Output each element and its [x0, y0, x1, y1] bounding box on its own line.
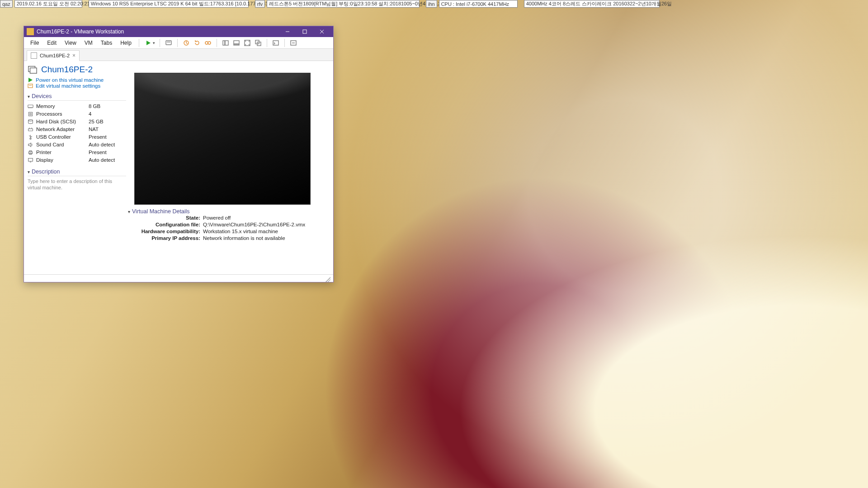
top-info-strip: qaz 2019.02.16 토요일 오전 02:20:21 Windows 1… [0, 0, 868, 8]
svg-point-34 [28, 120, 33, 121]
tab-row: Chum16PE-2 × [24, 49, 333, 61]
status-bar [24, 274, 333, 283]
menu-vm[interactable]: VM [81, 38, 96, 47]
strip-key-0: qaz [0, 0, 13, 8]
device-row[interactable]: PrinterPresent [28, 149, 126, 156]
device-label: Sound Card [36, 141, 86, 149]
detail-value: Q:\Vmware\Chum16PE-2\Chum16PE-2.vmx [203, 221, 305, 228]
detail-key: Configuration file: [128, 221, 203, 228]
svg-rect-13 [225, 41, 228, 45]
revert-snapshot-icon[interactable] [192, 38, 202, 48]
menu-tabs[interactable]: Tabs [97, 38, 116, 47]
tab-vm[interactable]: Chum16PE-2 × [27, 50, 80, 61]
device-row[interactable]: Processors4 [28, 110, 126, 118]
menu-toolbar: File Edit View VM Tabs Help ▾ [24, 37, 333, 49]
description-field[interactable]: Type here to enter a description of this… [28, 178, 126, 191]
detail-row: Configuration file:Q:\Vmware\Chum16PE-2\… [128, 221, 330, 228]
console-icon[interactable] [271, 38, 281, 48]
menu-help[interactable]: Help [117, 38, 135, 47]
show-library-icon[interactable] [221, 38, 231, 48]
thumbnail-bar-icon[interactable] [231, 38, 241, 48]
usb-icon [28, 134, 33, 140]
svg-rect-12 [223, 41, 225, 45]
vm-name: Chum16PE-2 [41, 65, 93, 75]
svg-rect-19 [273, 41, 278, 45]
device-row[interactable]: Sound CardAuto detect [28, 141, 126, 149]
device-row[interactable]: USB ControllerPresent [28, 133, 126, 141]
strip-key-2: rfv [255, 0, 265, 8]
svg-rect-15 [234, 44, 239, 45]
vmware-window: Chum16PE-2 - VMware Workstation File Edi… [24, 26, 334, 282]
fullscreen-icon[interactable] [242, 38, 252, 48]
detail-key: State: [128, 215, 203, 221]
device-value: Auto detect [89, 141, 115, 149]
svg-rect-46 [28, 158, 33, 161]
detail-value: Network information is not available [203, 235, 285, 242]
caret-down-icon: ▾ [28, 169, 30, 174]
vm-preview[interactable] [134, 73, 311, 205]
strip-val-0: 2019.02.16 토요일 오전 02:20:21 [14, 0, 82, 8]
resize-grip-icon[interactable] [324, 276, 330, 282]
power-menu-caret-icon: ▾ [153, 41, 155, 45]
vm-icon [28, 65, 38, 75]
svg-rect-1 [303, 30, 307, 33]
menu-edit[interactable]: Edit [43, 38, 60, 47]
device-row[interactable]: DisplayAuto detect [28, 156, 126, 164]
power-on-link[interactable]: Power on this virtual machine [28, 77, 126, 83]
edit-settings-link[interactable]: Edit virtual machine settings [28, 83, 126, 89]
strip-key-3: ihn [426, 0, 437, 8]
vm-details-header[interactable]: ▾ Virtual Machine Details [128, 208, 330, 215]
device-label: Display [36, 156, 86, 164]
tab-close-icon[interactable]: × [72, 53, 75, 58]
strip-val-2: 레드스톤5 버전1809[RTM넘월] 부팅:0일23:10:58 설치:201… [267, 0, 420, 8]
detail-row: Primary IP address:Network information i… [128, 235, 330, 242]
power-on-button[interactable]: ▾ [143, 38, 156, 48]
devices-header[interactable]: ▾ Devices [28, 93, 126, 101]
minimize-button[interactable] [279, 26, 296, 37]
device-label: Network Adapter [36, 126, 86, 133]
svg-rect-23 [30, 68, 37, 73]
device-row[interactable]: Memory8 GB [28, 103, 126, 110]
svg-marker-42 [28, 143, 31, 146]
device-value: Present [89, 149, 107, 156]
detail-key: Primary IP address: [128, 235, 203, 242]
memory-icon [28, 103, 33, 109]
vm-tab-icon [31, 52, 37, 59]
detail-value: Workstation 15.x virtual machine [203, 228, 278, 235]
device-row[interactable]: Hard Disk (SCSI)25 GB [28, 118, 126, 126]
maximize-button[interactable] [296, 26, 313, 37]
vm-details-section: ▾ Virtual Machine Details State:Powered … [128, 208, 330, 242]
stretch-guest-icon[interactable] [288, 38, 298, 48]
display-icon [28, 157, 33, 163]
strip-val-1: Windows 10 RS5 Enterprise LTSC 2019 K 64… [89, 0, 249, 8]
snapshot-manager-icon[interactable] [203, 38, 213, 48]
device-value: Auto detect [89, 156, 115, 164]
menu-view[interactable]: View [61, 38, 80, 47]
svg-rect-35 [28, 129, 33, 131]
device-value: Present [89, 133, 107, 141]
net-icon [28, 127, 33, 132]
description-header[interactable]: ▾ Description [28, 169, 126, 176]
menu-file[interactable]: File [27, 38, 42, 47]
svg-marker-24 [28, 78, 33, 82]
detail-value: Powered off [203, 215, 231, 221]
send-ctrl-alt-del-icon[interactable] [164, 38, 174, 48]
detail-key: Hardware compatibility: [128, 228, 203, 235]
device-label: Memory [36, 103, 86, 110]
svg-rect-5 [166, 41, 171, 45]
titlebar[interactable]: Chum16PE-2 - VMware Workstation [24, 26, 333, 37]
device-value: 4 [89, 110, 91, 118]
device-row[interactable]: Network AdapterNAT [28, 126, 126, 133]
description-section: ▾ Description Type here to enter a descr… [28, 169, 126, 191]
device-value: 25 GB [89, 118, 104, 126]
svg-rect-33 [30, 113, 31, 115]
snapshot-icon[interactable] [181, 38, 191, 48]
device-value: 8 GB [89, 103, 100, 110]
device-value: NAT [89, 126, 99, 133]
unity-icon[interactable] [253, 38, 263, 48]
close-button[interactable] [313, 26, 330, 37]
svg-point-10 [205, 42, 208, 44]
desktop: qaz 2019.02.16 토요일 오전 02:20:21 Windows 1… [0, 0, 868, 488]
printer-icon [28, 150, 33, 155]
caret-down-icon: ▾ [128, 209, 130, 214]
